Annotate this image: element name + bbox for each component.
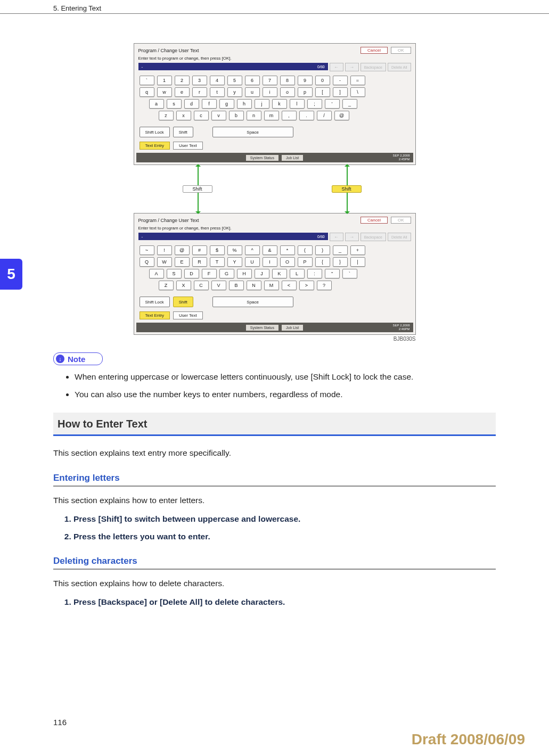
key[interactable]: , — [282, 111, 297, 120]
key[interactable]: i — [263, 87, 277, 97]
key[interactable]: H — [237, 269, 252, 278]
key[interactable]: - — [333, 76, 348, 85]
key[interactable]: f — [202, 99, 217, 109]
key[interactable]: F — [202, 269, 217, 278]
key[interactable]: ` — [342, 269, 357, 278]
key[interactable]: a — [149, 99, 164, 109]
job-list-button[interactable]: Job List — [282, 155, 303, 161]
key[interactable]: l — [290, 99, 305, 109]
key[interactable]: w — [157, 87, 172, 97]
key[interactable]: p — [298, 87, 313, 97]
key[interactable]: x — [176, 111, 191, 120]
arrow-left-icon[interactable]: ← — [330, 233, 343, 241]
text-input[interactable]: - 0/80 — [138, 233, 328, 240]
key[interactable]: 5 — [227, 76, 242, 85]
key[interactable]: | — [350, 257, 365, 267]
key[interactable]: { — [315, 257, 330, 267]
key[interactable]: ! — [157, 245, 172, 255]
key[interactable]: < — [282, 281, 297, 290]
shift-button[interactable]: Shift — [173, 127, 193, 137]
arrow-right-icon[interactable]: → — [345, 233, 359, 241]
key[interactable]: W — [157, 257, 172, 267]
key[interactable]: = — [350, 76, 365, 85]
backspace-button[interactable]: Backspace — [360, 63, 386, 71]
key[interactable]: 1 — [157, 76, 172, 85]
key[interactable]: P — [298, 257, 313, 267]
space-button[interactable]: Space — [212, 127, 293, 137]
key[interactable]: k — [272, 99, 287, 109]
ok-button[interactable]: OK — [391, 47, 411, 54]
key[interactable]: c — [194, 111, 209, 120]
key[interactable]: ( — [298, 245, 313, 255]
key[interactable]: e — [175, 87, 190, 97]
key[interactable]: R — [192, 257, 207, 267]
key[interactable]: q — [140, 87, 154, 97]
key[interactable]: r — [192, 87, 207, 97]
text-entry-tab[interactable]: Text Entry — [140, 142, 170, 150]
key[interactable]: B — [229, 281, 244, 290]
key[interactable]: @ — [175, 245, 190, 255]
key[interactable]: * — [280, 245, 295, 255]
key[interactable]: 6 — [245, 76, 260, 85]
key[interactable]: 7 — [263, 76, 277, 85]
key[interactable]: } — [333, 257, 348, 267]
key[interactable]: M — [264, 281, 279, 290]
key[interactable]: X — [176, 281, 191, 290]
key[interactable]: d — [184, 99, 199, 109]
key[interactable]: 0 — [315, 76, 330, 85]
key[interactable]: E — [175, 257, 190, 267]
key[interactable]: U — [245, 257, 260, 267]
key[interactable]: S — [167, 269, 182, 278]
key[interactable]: 2 — [175, 76, 190, 85]
key[interactable]: / — [317, 111, 332, 120]
key[interactable]: _ — [333, 245, 348, 255]
key[interactable]: g — [219, 99, 234, 109]
key[interactable]: ? — [317, 281, 332, 290]
key[interactable]: \ — [350, 87, 365, 97]
job-list-button[interactable]: Job List — [282, 325, 303, 331]
backspace-button[interactable]: Backspace — [360, 233, 386, 241]
user-text-tab[interactable]: User Text — [173, 142, 203, 150]
key[interactable]: 8 — [280, 76, 295, 85]
shift-lock-button[interactable]: Shift Lock — [140, 127, 170, 137]
key[interactable]: t — [210, 87, 225, 97]
key[interactable]: V — [211, 281, 226, 290]
key[interactable]: v — [211, 111, 226, 120]
key[interactable]: ~ — [140, 245, 154, 255]
user-text-tab[interactable]: User Text — [173, 311, 203, 319]
key[interactable]: # — [192, 245, 207, 255]
system-status-button[interactable]: System Status — [246, 155, 278, 161]
arrow-right-icon[interactable]: → — [345, 63, 359, 71]
key[interactable]: ` — [140, 76, 154, 85]
key[interactable]: A — [149, 269, 164, 278]
key[interactable]: b — [229, 111, 244, 120]
arrow-left-icon[interactable]: ← — [330, 63, 343, 71]
shift-button-active[interactable]: Shift — [173, 297, 193, 307]
key[interactable]: + — [350, 245, 365, 255]
key[interactable]: ) — [315, 245, 330, 255]
system-status-button[interactable]: System Status — [246, 325, 278, 331]
key[interactable]: ' — [325, 99, 340, 109]
key[interactable]: : — [307, 269, 322, 278]
key[interactable]: 4 — [210, 76, 225, 85]
key[interactable]: h — [237, 99, 252, 109]
key[interactable]: ; — [307, 99, 322, 109]
key[interactable]: N — [247, 281, 261, 290]
text-entry-tab[interactable]: Text Entry — [140, 311, 170, 319]
key[interactable]: 9 — [298, 76, 313, 85]
key[interactable]: > — [299, 281, 314, 290]
key[interactable]: ] — [333, 87, 348, 97]
key[interactable]: J — [255, 269, 269, 278]
key[interactable]: o — [280, 87, 295, 97]
key[interactable]: s — [167, 99, 182, 109]
key[interactable]: D — [184, 269, 199, 278]
key[interactable]: Q — [140, 257, 154, 267]
key[interactable]: [ — [315, 87, 330, 97]
key[interactable]: Z — [159, 281, 174, 290]
key[interactable]: & — [263, 245, 277, 255]
cancel-button[interactable]: Cancel — [360, 47, 388, 54]
key[interactable]: n — [247, 111, 261, 120]
key[interactable]: . — [299, 111, 314, 120]
key[interactable]: I — [263, 257, 277, 267]
key[interactable]: ^ — [245, 245, 260, 255]
